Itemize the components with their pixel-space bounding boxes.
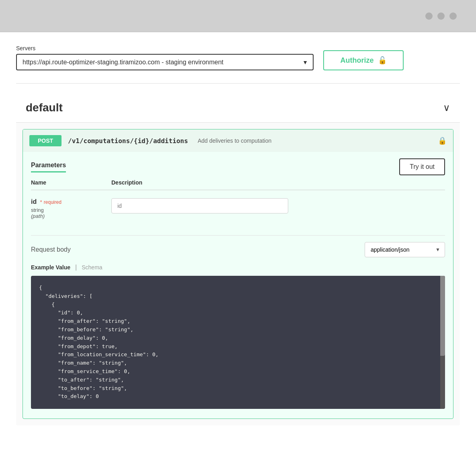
example-tabs: Example Value | Schema <box>31 264 445 271</box>
col-description-header: Description <box>111 179 445 186</box>
param-name: id <box>31 198 37 205</box>
col-name-header: Name <box>31 179 111 186</box>
browser-dot-1 <box>425 12 433 20</box>
endpoint-block: POST /v1/computations/{id}/additions Add… <box>23 129 453 419</box>
endpoint-header[interactable]: POST /v1/computations/{id}/additions Add… <box>23 129 453 152</box>
method-badge: POST <box>29 135 62 146</box>
endpoint-summary: Add deliveries to computation <box>198 137 272 144</box>
schema-tab[interactable]: Schema <box>82 264 102 271</box>
lock-open-icon: 🔓 <box>378 56 387 65</box>
servers-select-wrapper: Servers https://api.route-optimizer-stag… <box>16 45 314 70</box>
param-name-cell: id * required string (path) <box>31 198 111 219</box>
param-location: (path) <box>31 213 111 219</box>
parameters-tab-label: Parameters <box>31 162 66 172</box>
collapse-icon[interactable]: ∨ <box>443 102 450 113</box>
code-scrollbar-thumb <box>440 276 445 356</box>
default-section-header[interactable]: default ∨ <box>16 93 460 123</box>
content-type-wrapper: application/json ▼ <box>365 242 445 257</box>
code-block: { "deliveries": [ { "id": 0, "from_after… <box>31 276 445 409</box>
try-it-out-button[interactable]: Try it out <box>399 158 445 175</box>
servers-select-container: https://api.route-optimizer-staging.tira… <box>16 54 314 70</box>
endpoint-path: /v1/computations/{id}/additions <box>68 137 188 145</box>
browser-dot-3 <box>449 12 457 20</box>
content-type-select[interactable]: application/json <box>365 242 445 257</box>
servers-section: Servers https://api.route-optimizer-stag… <box>16 45 460 70</box>
param-desc-cell <box>111 198 445 213</box>
param-type: string <box>31 207 111 213</box>
default-section-title: default <box>26 101 63 114</box>
browser-chrome <box>0 0 476 32</box>
param-row-id: id * required string (path) <box>31 190 445 227</box>
servers-select[interactable]: https://api.route-optimizer-staging.tira… <box>16 54 314 70</box>
param-id-input[interactable] <box>111 198 288 213</box>
servers-label: Servers <box>16 45 314 51</box>
endpoint-lock-icon: 🔒 <box>438 136 447 145</box>
divider <box>16 83 460 84</box>
authorize-button[interactable]: Authorize 🔓 <box>323 50 404 70</box>
code-scrollbar[interactable] <box>440 276 445 409</box>
code-content: { "deliveries": [ { "id": 0, "from_after… <box>39 284 437 401</box>
parameters-tab[interactable]: Parameters <box>31 162 66 172</box>
page-content: Servers https://api.route-optimizer-stag… <box>0 32 476 476</box>
default-section: default ∨ POST /v1/computations/{id}/add… <box>16 93 460 425</box>
endpoint-body: Parameters Try it out Name Description i… <box>23 152 453 419</box>
params-table-header: Name Description <box>31 175 445 190</box>
request-body-label: Request body <box>31 246 71 253</box>
request-body-header: Request body application/json ▼ <box>31 242 445 257</box>
required-text: required <box>44 199 62 205</box>
example-tabs-divider: | <box>75 264 77 271</box>
example-value-tab[interactable]: Example Value <box>31 264 70 271</box>
required-asterisk: * <box>40 199 42 205</box>
authorize-button-label: Authorize <box>341 56 374 65</box>
request-body-section: Request body application/json ▼ Example … <box>31 235 445 409</box>
params-tabs-row: Parameters Try it out <box>31 152 445 175</box>
browser-dot-2 <box>437 12 445 20</box>
browser-dots <box>425 12 457 20</box>
